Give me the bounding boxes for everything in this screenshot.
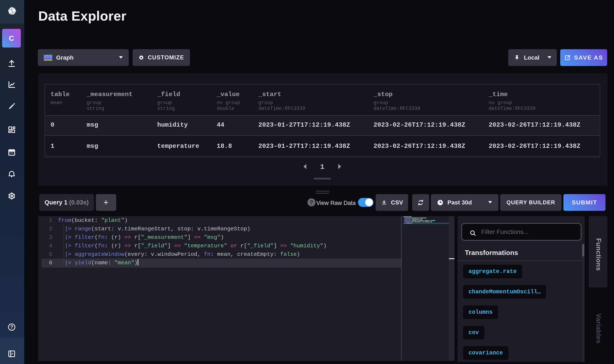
svg-text:?: ?: [10, 324, 13, 330]
